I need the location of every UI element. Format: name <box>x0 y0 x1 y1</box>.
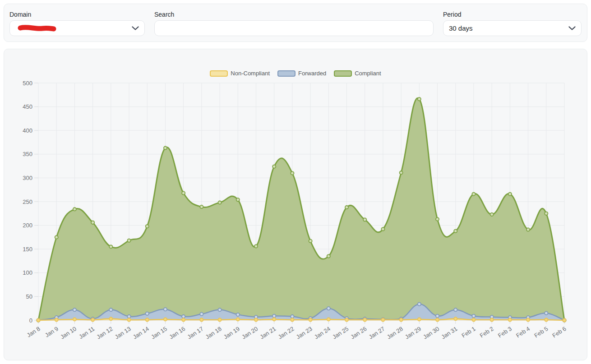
data-point-marker[interactable] <box>200 205 203 208</box>
x-axis-label: Jan 11 <box>78 325 96 340</box>
data-point-marker[interactable] <box>472 318 475 321</box>
data-point-marker[interactable] <box>37 318 40 322</box>
data-point-marker[interactable] <box>109 317 112 320</box>
data-point-marker[interactable] <box>508 193 512 196</box>
data-point-marker[interactable] <box>545 312 548 315</box>
data-point-marker[interactable] <box>127 315 130 318</box>
x-axis-label: Jan 29 <box>404 325 422 341</box>
data-point-marker[interactable] <box>327 307 330 310</box>
data-point-marker[interactable] <box>563 318 566 322</box>
domain-select[interactable] <box>9 20 145 36</box>
data-point-marker[interactable] <box>146 318 149 321</box>
data-point-marker[interactable] <box>345 206 348 209</box>
data-point-marker[interactable] <box>73 318 76 321</box>
data-point-marker[interactable] <box>164 308 167 311</box>
legend-item-non-compliant[interactable]: Non-Compliant <box>210 70 270 77</box>
data-point-marker[interactable] <box>400 318 403 321</box>
legend-item-compliant[interactable]: Compliant <box>334 70 381 77</box>
data-point-marker[interactable] <box>418 303 421 306</box>
data-point-marker[interactable] <box>545 318 548 321</box>
data-point-marker[interactable] <box>182 191 185 194</box>
data-point-marker[interactable] <box>418 318 421 321</box>
data-point-marker[interactable] <box>272 318 276 321</box>
data-point-marker[interactable] <box>327 318 330 321</box>
search-input[interactable] <box>154 20 434 36</box>
data-point-marker[interactable] <box>146 225 149 228</box>
data-point-marker[interactable] <box>381 318 384 321</box>
data-point-marker[interactable] <box>454 308 457 311</box>
data-point-marker[interactable] <box>182 318 185 321</box>
data-point-marker[interactable] <box>472 314 475 318</box>
data-point-marker[interactable] <box>218 318 221 321</box>
data-point-marker[interactable] <box>109 308 112 311</box>
data-point-marker[interactable] <box>73 207 76 211</box>
data-point-marker[interactable] <box>236 313 240 316</box>
y-axis-label: 500 <box>23 80 32 87</box>
data-point-marker[interactable] <box>218 201 221 204</box>
data-point-marker[interactable] <box>272 165 276 168</box>
x-axis-label: Jan 9 <box>44 325 60 339</box>
data-point-marker[interactable] <box>490 213 494 216</box>
data-point-marker[interactable] <box>218 308 221 311</box>
data-point-marker[interactable] <box>127 239 130 242</box>
data-point-marker[interactable] <box>91 221 94 224</box>
data-point-marker[interactable] <box>254 318 258 321</box>
data-point-marker[interactable] <box>400 171 403 174</box>
data-point-marker[interactable] <box>291 171 294 175</box>
x-axis-label: Jan 24 <box>313 325 332 341</box>
data-point-marker[interactable] <box>526 228 530 231</box>
data-point-marker[interactable] <box>91 318 94 321</box>
data-point-marker[interactable] <box>381 227 384 230</box>
data-point-marker[interactable] <box>164 147 167 150</box>
data-point-marker[interactable] <box>545 212 548 215</box>
data-point-marker[interactable] <box>363 218 366 221</box>
data-point-marker[interactable] <box>55 235 58 239</box>
period-select[interactable]: 30 days <box>443 20 582 36</box>
data-point-marker[interactable] <box>508 318 512 321</box>
data-point-marker[interactable] <box>345 318 348 321</box>
y-axis-label: 0 <box>29 317 32 324</box>
y-axis-label: 100 <box>23 269 32 276</box>
data-point-marker[interactable] <box>291 315 294 318</box>
data-point-marker[interactable] <box>236 318 240 321</box>
data-point-marker[interactable] <box>309 318 312 321</box>
data-point-marker[interactable] <box>109 245 112 248</box>
data-point-marker[interactable] <box>490 318 494 321</box>
data-point-marker[interactable] <box>454 317 457 320</box>
data-point-marker[interactable] <box>236 198 240 201</box>
data-point-marker[interactable] <box>254 244 258 248</box>
legend-item-forwarded[interactable]: Forwarded <box>277 70 326 77</box>
data-point-marker[interactable] <box>182 315 185 318</box>
data-point-marker[interactable] <box>363 318 366 321</box>
data-point-marker[interactable] <box>472 193 475 196</box>
chart-legend: Non-Compliant Forwarded Compliant <box>4 70 587 77</box>
data-point-marker[interactable] <box>200 318 203 321</box>
period-field: Period 30 days <box>443 11 582 41</box>
x-axis-label: Jan 19 <box>222 325 241 341</box>
data-point-marker[interactable] <box>436 318 439 321</box>
data-point-marker[interactable] <box>327 254 330 258</box>
y-axis-label: 150 <box>23 246 32 253</box>
x-axis-label: Feb 5 <box>533 325 549 339</box>
legend-swatch-non-compliant <box>210 70 228 77</box>
x-axis-label: Jan 30 <box>422 325 440 341</box>
data-point-marker[interactable] <box>55 318 58 321</box>
data-point-marker[interactable] <box>127 318 130 321</box>
data-point-marker[interactable] <box>146 312 149 315</box>
data-point-marker[interactable] <box>436 217 439 221</box>
data-point-marker[interactable] <box>454 230 457 233</box>
data-point-marker[interactable] <box>73 308 76 311</box>
data-point-marker[interactable] <box>200 313 203 316</box>
x-axis-label: Jan 20 <box>240 325 259 341</box>
search-label: Search <box>154 11 434 18</box>
data-point-marker[interactable] <box>291 318 294 321</box>
data-point-marker[interactable] <box>526 318 530 321</box>
data-point-marker[interactable] <box>418 97 421 101</box>
x-axis-label: Jan 14 <box>132 325 150 341</box>
data-point-marker[interactable] <box>164 318 167 321</box>
data-point-marker[interactable] <box>309 240 312 243</box>
x-axis-label: Jan 31 <box>440 325 458 341</box>
data-point-marker[interactable] <box>436 314 439 318</box>
compliance-chart[interactable]: Jan 8Jan 9Jan 10Jan 11Jan 12Jan 13Jan 14… <box>4 49 587 360</box>
data-point-marker[interactable] <box>272 314 276 318</box>
